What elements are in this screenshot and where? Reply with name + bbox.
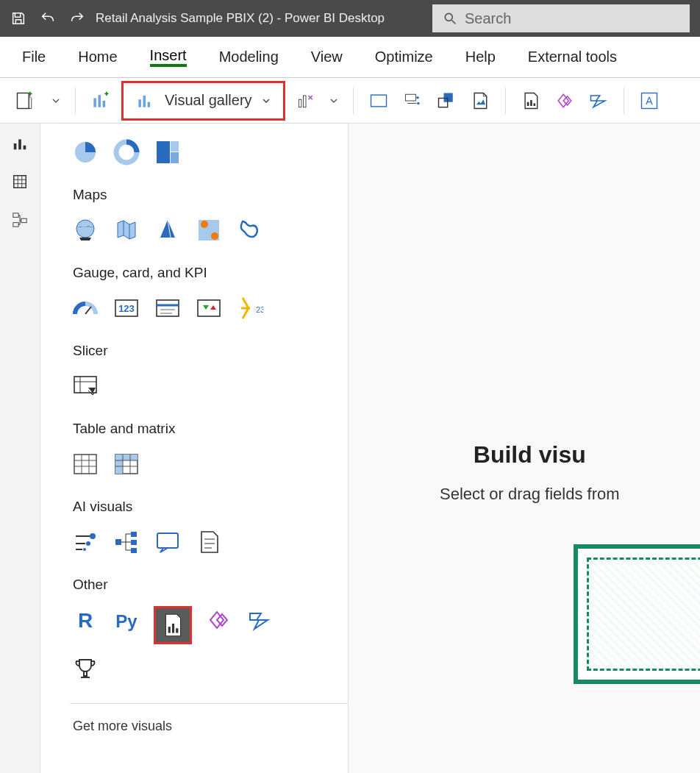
svg-rect-18 [530, 100, 532, 106]
svg-rect-73 [131, 532, 137, 537]
card-icon[interactable]: 123 [113, 294, 140, 322]
search-input[interactable] [465, 10, 679, 27]
new-page-button[interactable] [12, 88, 38, 114]
svg-rect-24 [24, 146, 26, 150]
svg-point-38 [76, 220, 94, 238]
powerautomate-icon[interactable] [246, 606, 274, 634]
key-influencers-icon[interactable] [71, 528, 99, 556]
menu-optimize[interactable]: Optimize [375, 49, 433, 65]
svg-rect-9 [299, 99, 301, 107]
svg-point-40 [201, 221, 208, 228]
undo-icon[interactable] [40, 10, 56, 26]
svg-rect-19 [533, 103, 535, 106]
new-page-dropdown[interactable] [49, 93, 63, 108]
svg-rect-22 [14, 143, 17, 149]
sparkline-button[interactable]: A [636, 88, 662, 114]
svg-rect-12 [405, 94, 415, 101]
svg-point-14 [417, 101, 420, 104]
arcgis-icon[interactable] [154, 216, 182, 244]
new-visual-button[interactable] [88, 88, 114, 114]
visual-placeholder-inner [587, 558, 700, 671]
multi-row-card-icon[interactable] [154, 294, 182, 322]
menubar: File Home Insert Modeling View Optimize … [0, 37, 700, 78]
save-icon[interactable] [10, 10, 26, 26]
image-button[interactable] [467, 88, 493, 114]
menu-file[interactable]: File [22, 49, 46, 65]
svg-point-69 [86, 541, 90, 546]
trophy-icon[interactable] [71, 655, 99, 683]
powerapps-button[interactable] [551, 88, 578, 114]
menu-help[interactable]: Help [465, 49, 496, 65]
get-more-visuals-link[interactable]: Get more visuals [70, 719, 348, 734]
more-visuals-dropdown[interactable] [326, 93, 341, 108]
python-script-icon[interactable]: Py [113, 606, 140, 634]
redo-icon[interactable] [69, 10, 85, 26]
table-section-label: Table and matrix [73, 421, 348, 437]
build-visuals-title: Build visu [440, 441, 620, 469]
svg-rect-8 [148, 101, 151, 107]
svg-rect-72 [115, 539, 121, 545]
paginated-report-highlighted[interactable] [154, 606, 192, 644]
gauge-icon[interactable] [71, 294, 99, 322]
svg-rect-75 [131, 548, 137, 553]
kpi-number-icon[interactable]: 23 [236, 294, 264, 322]
svg-rect-25 [14, 176, 26, 188]
data-view-icon[interactable] [12, 174, 28, 190]
maps-section-label: Maps [73, 187, 348, 203]
svg-rect-15 [443, 93, 452, 101]
menu-external-tools[interactable]: External tools [528, 49, 617, 65]
powerapps-icon[interactable] [205, 606, 233, 634]
svg-rect-37 [171, 152, 179, 163]
svg-rect-3 [93, 98, 96, 107]
svg-rect-30 [13, 213, 18, 218]
search-icon [443, 10, 457, 26]
svg-rect-36 [171, 141, 179, 152]
menu-insert[interactable]: Insert [150, 47, 187, 67]
smart-narrative-icon[interactable] [195, 528, 223, 556]
model-view-icon[interactable] [12, 212, 28, 228]
text-box-button[interactable] [365, 88, 392, 114]
pie-chart-icon[interactable] [71, 138, 99, 166]
visual-gallery-button[interactable]: Visual gallery [121, 81, 285, 121]
svg-rect-2 [18, 93, 29, 108]
svg-point-0 [445, 13, 452, 21]
kpi-icon[interactable] [195, 294, 223, 322]
decomposition-tree-icon[interactable] [113, 528, 140, 556]
matrix-icon[interactable] [113, 450, 140, 478]
svg-rect-31 [21, 218, 26, 223]
filled-map-icon[interactable] [113, 216, 140, 244]
slicer-icon[interactable] [71, 372, 99, 400]
svg-rect-76 [157, 533, 178, 548]
chevron-down-icon [261, 96, 271, 106]
global-search[interactable] [432, 4, 690, 32]
svg-rect-83 [168, 627, 171, 633]
map-globe-icon[interactable] [71, 216, 99, 244]
svg-rect-35 [157, 141, 170, 163]
svg-rect-85 [176, 628, 178, 633]
shape-map-icon[interactable] [236, 216, 264, 244]
svg-text:123: 123 [118, 303, 135, 314]
menu-modeling[interactable]: Modeling [219, 49, 279, 65]
r-script-icon[interactable]: R [71, 606, 99, 634]
svg-rect-32 [13, 223, 18, 227]
gauge-section-label: Gauge, card, and KPI [73, 265, 348, 281]
table-icon[interactable] [71, 450, 99, 478]
visual-placeholder[interactable] [574, 544, 700, 684]
menu-view[interactable]: View [311, 49, 343, 65]
qa-icon[interactable] [154, 528, 182, 556]
menu-home[interactable]: Home [78, 49, 117, 65]
buttons-button[interactable] [399, 88, 426, 114]
svg-line-1 [451, 20, 455, 24]
treemap-icon[interactable] [154, 138, 182, 166]
svg-text:23: 23 [256, 305, 263, 314]
more-visuals-button[interactable] [293, 88, 319, 114]
svg-point-13 [416, 96, 419, 99]
powerautomate-button[interactable] [585, 88, 612, 114]
svg-line-42 [85, 307, 91, 314]
svg-rect-61 [115, 455, 123, 474]
shapes-button[interactable] [433, 88, 460, 114]
azure-map-icon[interactable] [195, 216, 223, 244]
donut-chart-icon[interactable] [113, 138, 140, 166]
paginated-report-button[interactable] [518, 88, 544, 114]
report-view-icon[interactable] [12, 135, 28, 152]
